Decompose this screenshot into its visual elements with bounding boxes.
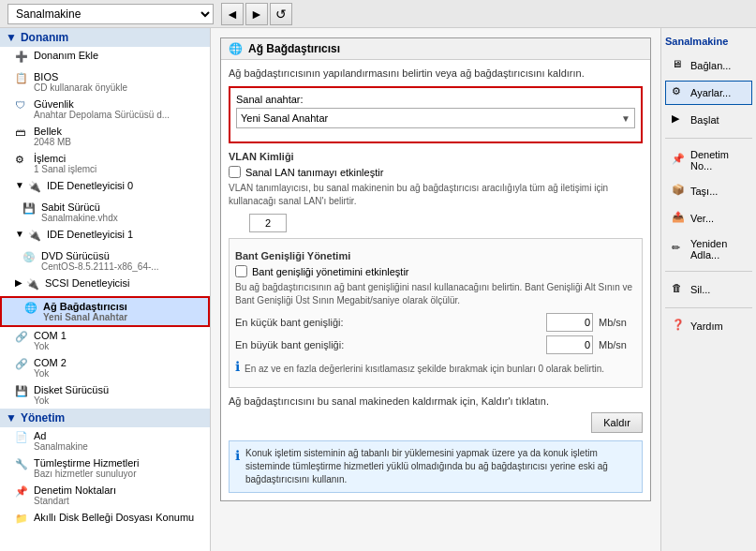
management-header-label: Yönetim (21, 411, 65, 424)
export-button[interactable]: 📤 Ver... (665, 206, 752, 231)
max-bandwidth-input[interactable] (546, 335, 593, 354)
vlan-info-text: VLAN tanımlayıcısı, bu sanal makinenin b… (229, 182, 643, 208)
group-box-title: 🌐 Ağ Bağdaştırıcısı (221, 38, 650, 60)
ad-label: Ad (34, 430, 88, 441)
forward-button[interactable]: ► (245, 3, 268, 25)
security-label: Güvenlik (34, 98, 170, 110)
processor-sub: 1 Sanal işlemci (34, 164, 96, 174)
sidebar-item-network[interactable]: 🌐 Ağ Bağdaştırıcısı Yeni Sanal Anahtar (0, 296, 210, 327)
connect-button[interactable]: 🖥 Bağlan... (665, 53, 752, 78)
main-content-panel: 🌐 Ağ Bağdaştırıcısı Ağ bağdaştırıcısının… (211, 28, 660, 551)
info-icon: ℹ (235, 447, 240, 466)
zero-note-text: En az ve en fazla değerlerini kısıtlamas… (245, 363, 604, 376)
group-network-icon: 🌐 (229, 42, 243, 55)
sidebar-item-security[interactable]: 🛡 Güvenlik Anahtar Depolama Sürücüsü d..… (0, 96, 210, 123)
rename-button[interactable]: ✏ Yeniden Adla... (665, 233, 752, 265)
delete-icon: 🗑 (672, 282, 687, 297)
remove-button[interactable]: Kaldır (591, 412, 643, 433)
integration-label: Tümleştirme Hizmetleri (34, 457, 139, 469)
vlan-checkbox-label: Sanal LAN tanımayı etkinleştir (245, 167, 383, 178)
bandwidth-checkbox-label: Bant genişliği yönetimini etkinleştir (252, 266, 409, 277)
checkpoint-button[interactable]: 📌 Denetim No... (665, 144, 752, 176)
action-panel-header: Sanalmakine (665, 36, 752, 47)
hardware-header-label: Donanım (21, 31, 68, 44)
dvd-label: DVD Sürücüsü (41, 250, 159, 261)
sidebar-item-ide0[interactable]: ▼ 🔌 IDE Denetleyicisi 0 (0, 177, 210, 199)
settings-button[interactable]: ⚙ Ayarlar... (665, 81, 752, 105)
connect-label: Bağlan... (690, 60, 731, 71)
delete-button[interactable]: 🗑 Sil... (665, 277, 752, 302)
memory-label: Bellek (34, 126, 71, 137)
sidebar: ▼ Donanım ➕ Donanım Ekle 📋 BIOS CD kulla… (0, 28, 211, 551)
info-note: ℹ Konuk işletim sisteminin ağ tabanlı bi… (229, 440, 643, 493)
ad-sub: Sanalmakine (34, 441, 88, 452)
dvd-sub: CentOS-8.5.2111-x86_64-... (41, 261, 159, 272)
move-button[interactable]: 📦 Taşı... (665, 179, 752, 203)
sidebar-item-processor[interactable]: ⚙ İşlemci 1 Sanal işlemci (0, 150, 210, 177)
scsi-icon: 🔌 (26, 278, 41, 293)
main-container: ▼ Donanım ➕ Donanım Ekle 📋 BIOS CD kulla… (0, 28, 756, 551)
start-button[interactable]: ▶ Başlat (665, 108, 752, 132)
sidebar-item-scsi[interactable]: ▶ 🔌 SCSI Denetleyicisi (0, 275, 210, 296)
scsi-label: SCSI Denetleyicisi (45, 277, 129, 289)
virtual-switch-combo[interactable]: Yeni Sanal Anahtar ▼ (236, 108, 635, 128)
max-bandwidth-label: En büyük bant genişliği: (235, 339, 541, 350)
ad-icon: 📄 (15, 431, 30, 446)
min-bandwidth-input[interactable] (546, 313, 593, 332)
processor-icon: ⚙ (15, 154, 30, 169)
vlan-id-input[interactable] (249, 214, 287, 232)
action-divider-3 (665, 307, 752, 308)
sidebar-item-dvd[interactable]: 💿 DVD Sürücüsü CentOS-8.5.2111-x86_64-..… (0, 247, 210, 275)
move-label: Taşı... (690, 186, 718, 197)
sidebar-item-com1[interactable]: 🔗 COM 1 Yok (0, 327, 210, 354)
help-button[interactable]: ❓ Yardım (665, 314, 752, 338)
network-label: Ağ Bağdaştırıcısı (43, 301, 127, 312)
sidebar-item-ad[interactable]: 📄 Ad Sanalmakine (0, 427, 210, 454)
network-group-box: 🌐 Ağ Bağdaştırıcısı Ağ bağdaştırıcısının… (220, 37, 651, 501)
back-button[interactable]: ◄ (221, 3, 244, 25)
action-divider-1 (665, 138, 752, 139)
sidebar-item-checkpoints[interactable]: 📌 Denetim Noktaları Standart (0, 482, 210, 509)
start-icon: ▶ (672, 112, 687, 127)
sidebar-item-smartpaging[interactable]: 📁 Akıllı Disk Belleği Dosyası Konumu (0, 509, 210, 530)
com1-label: COM 1 (34, 330, 67, 341)
sidebar-item-diskette[interactable]: 💾 Disket Sürücüsü Yok (0, 381, 210, 409)
sidebar-item-memory[interactable]: 🗃 Bellek 2048 MB (0, 123, 210, 150)
management-section-header[interactable]: ▼ Yönetim (0, 409, 210, 427)
vlan-section-label: VLAN Kimliği (229, 151, 643, 162)
sidebar-item-ide1[interactable]: ▼ 🔌 IDE Denetleyicisi 1 (0, 226, 210, 247)
combo-value: Yeni Sanal Anahtar (241, 112, 328, 124)
network-sub: Yeni Sanal Anahtar (43, 312, 127, 322)
ide0-expand: ▼ (15, 180, 24, 190)
sidebar-item-bios[interactable]: 📋 BIOS CD kullanarak önyükle (0, 68, 210, 96)
vlan-checkbox[interactable] (229, 166, 241, 178)
sidebar-item-hardware-add[interactable]: ➕ Donanım Ekle (0, 47, 210, 68)
com2-label: COM 2 (34, 357, 67, 368)
com2-sub: Yok (34, 368, 67, 379)
vlan-checkbox-row: Sanal LAN tanımayı etkinleştir (229, 166, 643, 178)
bandwidth-section-label: Bant Genişliği Yönetimi (235, 250, 636, 261)
bios-icon: 📋 (15, 72, 30, 87)
settings-label: Ayarlar... (690, 87, 731, 98)
min-bandwidth-label: En küçük bant genişliği: (235, 317, 541, 328)
bandwidth-checkbox[interactable] (235, 265, 247, 277)
sidebar-item-integration[interactable]: 🔧 Tümleştirme Hizmetleri Bazı hizmetler … (0, 454, 210, 482)
vm-selector[interactable]: Sanalmakine (7, 4, 214, 24)
add-icon: ➕ (15, 51, 30, 66)
help-icon: ❓ (672, 319, 687, 334)
hdd-label: Sabit Sürücü (41, 201, 118, 213)
sidebar-item-com2[interactable]: 🔗 COM 2 Yok (0, 354, 210, 381)
hardware-section-header[interactable]: ▼ Donanım (0, 28, 210, 47)
group-title-text: Ağ Bağdaştırıcısı (248, 42, 340, 55)
bandwidth-section: Bant Genişliği Yönetimi Bant genişliği y… (229, 238, 643, 388)
bios-label: BIOS (34, 71, 127, 82)
network-icon: 🌐 (24, 302, 39, 317)
refresh-button[interactable]: ↺ (270, 3, 292, 25)
sidebar-item-hdd[interactable]: 💾 Sabit Sürücü Sanalmakine.vhdx (0, 199, 210, 226)
action-divider-2 (665, 271, 752, 272)
combo-arrow-icon: ▼ (621, 113, 630, 124)
max-bandwidth-row: En büyük bant genişliği: Mb/sn (235, 335, 636, 354)
bandwidth-checkbox-row: Bant genişliği yönetimini etkinleştir (235, 265, 636, 277)
vlan-id-row (245, 214, 643, 232)
vlan-section: VLAN Kimliği Sanal LAN tanımayı etkinleş… (229, 151, 643, 232)
